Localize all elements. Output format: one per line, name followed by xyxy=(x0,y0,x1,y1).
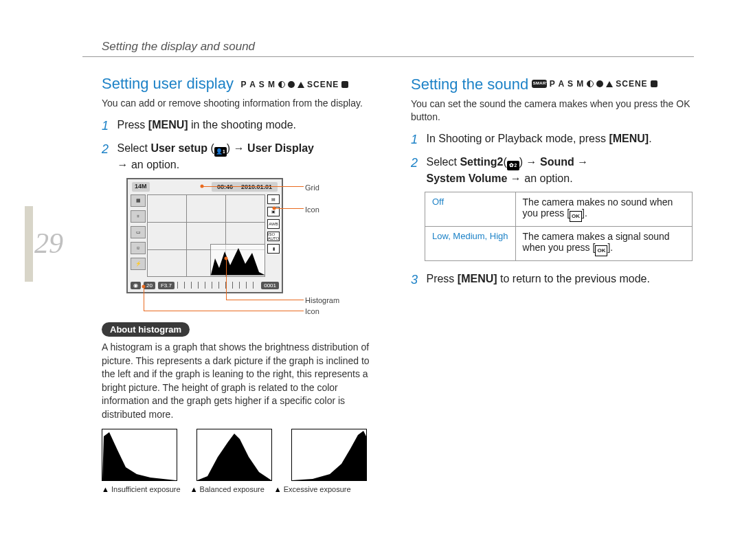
menu-path: User Display xyxy=(247,142,314,154)
about-histogram-text: A histogram is a graph that shows the br… xyxy=(102,341,383,422)
label-balanced: Balanced exposure xyxy=(190,485,265,493)
user-setup-icon: 👤1 xyxy=(214,147,227,157)
menu-path: Setting2 xyxy=(460,156,503,168)
step-text: → an option. xyxy=(117,159,179,170)
svg-marker-3 xyxy=(292,431,366,480)
sound-step-1: 1 In Shooting or Playback mode, press [M… xyxy=(411,131,693,148)
landscape-mode-icon xyxy=(606,81,613,87)
intro-text-sound: You can set the sound the camera makes w… xyxy=(411,98,693,124)
histogram-excessive xyxy=(291,429,367,481)
lcd-camera-icon: ◉ xyxy=(131,282,141,289)
sound-step-3: 3 Press [MENU] to return to the previous… xyxy=(411,271,693,289)
step-text: to return to the previous mode. xyxy=(497,273,650,284)
ok-button-icon: OK xyxy=(570,211,582,222)
step-text: Select xyxy=(426,156,460,168)
lcd-exposure-ruler xyxy=(177,282,258,289)
sound-options-table: Off The camera makes no sound when you p… xyxy=(425,192,693,261)
option-off: Off xyxy=(425,192,516,226)
menu-button-label: [MENU] xyxy=(148,119,188,131)
step-number: 2 xyxy=(411,154,423,172)
label-excessive: Excessive exposure xyxy=(274,485,351,493)
step-number: 1 xyxy=(102,117,114,135)
arrow: → xyxy=(523,156,540,168)
column-user-display: Setting user display P A S M SCENE You c… xyxy=(102,75,383,493)
section-header: Setting the display and sound xyxy=(102,40,694,54)
beauty-mode-icon xyxy=(288,81,295,88)
heading-sound: Setting the sound xyxy=(411,76,528,93)
lcd-figure: 14M 08:46 2010.01.01 ▦ ⌗ ▭ ☺ ⚡ xyxy=(126,178,383,309)
step-1: 1 Press [MENU] in the shooting mode. xyxy=(102,117,383,135)
menu-button-label: [MENU] xyxy=(458,273,497,284)
awb-icon: AWB xyxy=(267,219,280,229)
night-mode-icon xyxy=(278,81,285,88)
histogram-examples xyxy=(102,429,383,481)
step-text: Press xyxy=(426,273,457,284)
night-mode-icon xyxy=(587,80,594,87)
callout-icon-bottom: Icon xyxy=(305,307,319,315)
step-text: In Shooting or Playback mode, press xyxy=(426,133,609,144)
callout-grid: Grid xyxy=(305,183,319,192)
iso-icon: ISO AUTO xyxy=(267,232,280,241)
lcd-time: 08:46 xyxy=(214,183,236,191)
manual-page: 29 Setting the display and sound Setting… xyxy=(0,0,742,560)
intro-text: You can add or remove shooting informati… xyxy=(102,97,383,110)
side-tab xyxy=(25,206,33,282)
lcd-screenshot: 14M 08:46 2010.01.01 ▦ ⌗ ▭ ☺ ⚡ xyxy=(126,178,283,293)
quality-icon: ▤ xyxy=(267,194,280,204)
menu-path: Sound xyxy=(540,156,574,168)
mode-letters: P A S M xyxy=(240,80,276,89)
lcd-fnumber: F3.7 xyxy=(158,282,175,289)
scene-mode-label: SCENE xyxy=(307,80,339,89)
svg-marker-2 xyxy=(197,434,271,480)
movie-mode-icon xyxy=(651,80,657,87)
histogram-balanced xyxy=(196,429,272,481)
step-text: in the shooting mode. xyxy=(188,119,296,131)
flash-icon: ⚡ xyxy=(131,258,146,270)
histogram-insufficient xyxy=(102,429,177,481)
ok-button-icon: OK xyxy=(595,245,607,256)
table-row: Low, Medium, High The camera makes a sig… xyxy=(425,226,693,260)
sound-step-2: 2 Select Setting2(✿2) → Sound → System V… xyxy=(411,154,693,186)
step-number: 1 xyxy=(411,131,423,148)
step-text: Press xyxy=(117,119,148,131)
pictbridge-icon: ⌗ xyxy=(131,210,146,223)
about-histogram-badge: About histogram xyxy=(102,322,190,337)
scene-mode-label: SCENE xyxy=(616,79,647,89)
lcd-shutter: 20 xyxy=(144,282,155,289)
mode-dial-strip: P A S M SCENE xyxy=(240,80,348,89)
arrow: → xyxy=(574,156,588,168)
step-text: → an option. xyxy=(507,172,572,184)
step-2: 2 Select User setup (👤1) → User Display … xyxy=(102,140,383,172)
menu-path: User setup xyxy=(150,142,207,154)
header-rule xyxy=(82,56,694,57)
lcd-histogram xyxy=(210,244,265,276)
step-number: 3 xyxy=(411,271,423,289)
column-sound: Setting the sound P A S M SCENE You can … xyxy=(411,75,693,493)
lcd-date: 2010.01.01 xyxy=(238,183,275,191)
option-levels: Low, Medium, High xyxy=(425,226,516,260)
option-off-desc: The camera makes no sound when you press… xyxy=(515,192,692,226)
arrow: → xyxy=(230,142,247,154)
step-number: 2 xyxy=(102,140,114,158)
heading-user-display: Setting user display xyxy=(102,75,234,93)
mode-dial-strip-sound: P A S M SCENE xyxy=(532,79,657,89)
about-histogram-block: About histogram A histogram is a graph t… xyxy=(102,321,383,422)
step-text: Select xyxy=(117,142,150,154)
svg-marker-0 xyxy=(211,248,265,275)
mode-letters: P A S M xyxy=(550,79,585,89)
label-insufficient: Insufficient exposure xyxy=(102,485,181,493)
lcd-left-icons: ▦ ⌗ ▭ ☺ ⚡ xyxy=(131,194,146,270)
option-levels-desc: The camera makes a signal sound when you… xyxy=(515,226,692,260)
histogram-labels: Insufficient exposure Balanced exposure … xyxy=(102,485,383,493)
callout-icon-right: Icon xyxy=(305,205,319,214)
lcd-right-icons: ▤ ▣ AWB ISO AUTO ▮ xyxy=(267,194,280,254)
lcd-resolution: 14M xyxy=(132,182,150,192)
lcd-counter: 0001 xyxy=(261,282,279,289)
step-text: . xyxy=(649,133,651,144)
menu-path: System Volume xyxy=(426,172,507,184)
setting2-gear-icon: ✿2 xyxy=(507,161,519,170)
face-icon: ☺ xyxy=(131,242,146,254)
smart-mode-icon xyxy=(532,80,547,88)
callout-histogram: Histogram xyxy=(305,296,339,304)
table-row: Off The camera makes no sound when you p… xyxy=(425,192,693,226)
